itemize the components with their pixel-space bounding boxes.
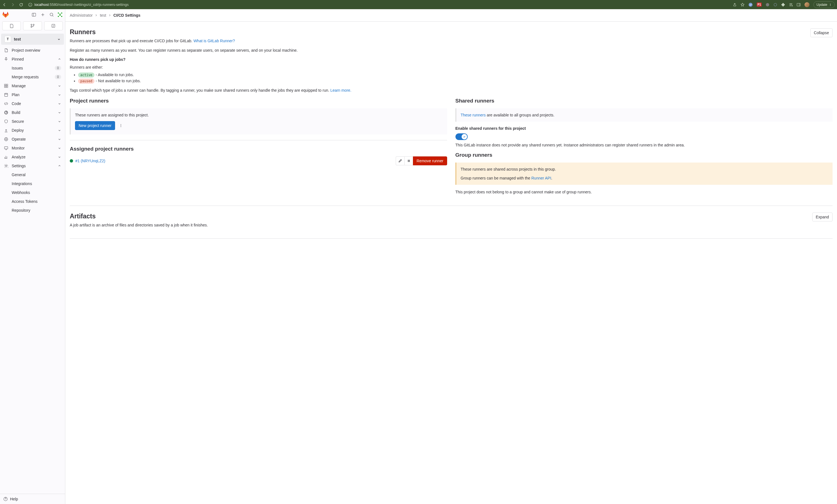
learn-more-link[interactable]: Learn more.: [331, 88, 351, 92]
extensions-menu-icon[interactable]: [781, 3, 785, 7]
site-info-icon[interactable]: [28, 3, 32, 7]
runner-api-link[interactable]: Runner API: [531, 176, 551, 180]
svg-point-9: [50, 13, 53, 16]
sidebar-item-monitor[interactable]: Monitor: [1, 144, 64, 152]
breadcrumb-sep: [95, 14, 97, 17]
crumb-cicd: CI/CD Settings: [113, 13, 140, 18]
sidebar-item-operate[interactable]: Operate: [1, 135, 64, 144]
shortcut-file[interactable]: [2, 21, 21, 30]
overview-icon: [4, 48, 8, 53]
runner-link[interactable]: #1 (NRYUnqLZ2): [70, 159, 105, 163]
svg-rect-21: [6, 84, 8, 86]
what-is-runner-link[interactable]: What is GitLab Runner?: [193, 39, 235, 43]
register-text: Register as many runners as you want. Yo…: [70, 48, 833, 53]
runners-heading: Runners: [70, 28, 235, 36]
sidebar-item-settings[interactable]: Settings: [1, 161, 64, 170]
shared-runners-toggle[interactable]: [456, 133, 468, 140]
sidebar-item-repository[interactable]: Repository: [1, 206, 64, 215]
svg-rect-34: [408, 160, 409, 162]
build-icon: [4, 110, 8, 115]
svg-point-33: [121, 126, 121, 127]
shortcut-todo[interactable]: [44, 21, 63, 30]
crumb-test[interactable]: test: [100, 13, 106, 18]
update-button[interactable]: Update: [813, 1, 835, 8]
group-note: This project does not belong to a group …: [456, 189, 833, 195]
sidebar-item-manage[interactable]: Manage: [1, 82, 64, 90]
sidebar-item-code[interactable]: Code: [1, 99, 64, 108]
shield-icon: [4, 119, 8, 124]
sidebar-item-integrations[interactable]: Integrations: [1, 179, 64, 188]
svg-point-17: [31, 26, 32, 28]
project-runners-box: These runners are assigned to this proje…: [70, 108, 447, 134]
pause-runner-button[interactable]: [404, 157, 413, 165]
sidebar-item-merge-requests[interactable]: Merge requests 0: [1, 73, 64, 82]
shortcut-branch[interactable]: [23, 21, 42, 30]
code-icon: [4, 102, 8, 106]
user-avatar[interactable]: [57, 12, 63, 18]
extension-icon-1[interactable]: [748, 2, 753, 7]
extension-badge-p1[interactable]: P1: [757, 2, 762, 7]
sidebar-item-access-tokens[interactable]: Access Tokens: [1, 197, 64, 206]
sidebar-project-header[interactable]: T test: [1, 34, 64, 45]
svg-rect-35: [409, 160, 410, 162]
svg-rect-15: [61, 16, 62, 17]
sidebar-item-plan[interactable]: Plan: [1, 90, 64, 99]
new-project-runner-button[interactable]: New project runner: [75, 121, 115, 130]
sidebar: T test Project overview Pinned Issues 0 …: [0, 9, 65, 504]
reload-icon[interactable]: [19, 2, 23, 7]
bookmark-icon[interactable]: [741, 3, 745, 7]
artifacts-heading: Artifacts: [70, 213, 208, 220]
plus-icon[interactable]: [39, 12, 46, 18]
edit-runner-button[interactable]: [396, 157, 404, 165]
collapse-button[interactable]: Collapse: [810, 28, 833, 37]
group-desc2: Group runners can be managed with the Ru…: [461, 176, 829, 180]
sidebar-item-webhooks[interactable]: Webhooks: [1, 188, 64, 197]
sidebar-item-overview[interactable]: Project overview: [1, 46, 64, 55]
these-runners-link[interactable]: These runners: [461, 113, 486, 117]
sidebar-toggle-icon[interactable]: [31, 12, 37, 18]
artifacts-desc: A job artifact is an archive of files an…: [70, 223, 208, 227]
sidebar-item-issues[interactable]: Issues 0: [1, 64, 64, 73]
svg-point-6: [830, 4, 831, 5]
back-icon[interactable]: [2, 2, 7, 7]
status-active-item: active - Available to run jobs.: [78, 73, 833, 77]
sidebar-item-pinned[interactable]: Pinned: [1, 55, 64, 64]
panel-icon[interactable]: [797, 3, 801, 7]
chevron-down-icon: [58, 138, 61, 141]
chevron-down-icon: [58, 120, 61, 123]
sidebar-help[interactable]: Help: [0, 494, 65, 504]
sidebar-item-general[interactable]: General: [1, 170, 64, 179]
forward-icon[interactable]: [11, 2, 15, 7]
monitor-icon: [4, 146, 8, 150]
either-text: Runners are either:: [70, 65, 833, 70]
remove-runner-button[interactable]: Remove runner: [413, 157, 447, 165]
chevron-up-icon: [58, 164, 61, 167]
analyze-icon: [4, 155, 8, 159]
svg-rect-11: [58, 13, 59, 14]
svg-rect-19: [52, 24, 55, 28]
extension-icon-3[interactable]: [773, 3, 777, 7]
sidebar-item-analyze[interactable]: Analyze: [1, 152, 64, 161]
tags-text: Tags control which type of jobs a runner…: [70, 88, 833, 93]
svg-point-27: [5, 139, 7, 140]
extension-icon-2[interactable]: [766, 3, 769, 7]
url-bar[interactable]: localhost:5580/root/test/-/settings/ci_c…: [25, 2, 731, 7]
expand-artifacts-button[interactable]: Expand: [812, 213, 833, 221]
more-icon[interactable]: [118, 123, 124, 129]
playlist-icon[interactable]: [789, 3, 793, 7]
svg-rect-13: [59, 14, 60, 16]
chevron-down-icon: [58, 146, 61, 150]
share-icon[interactable]: [733, 3, 737, 7]
svg-point-7: [830, 5, 831, 6]
crumb-administrator[interactable]: Administrator: [70, 13, 92, 18]
sidebar-item-secure[interactable]: Secure: [1, 117, 64, 126]
profile-avatar[interactable]: [804, 2, 809, 7]
chevron-down-icon: [58, 129, 61, 132]
active-pill: active: [78, 73, 94, 77]
sidebar-item-deploy[interactable]: Deploy: [1, 126, 64, 135]
sidebar-item-build[interactable]: Build: [1, 108, 64, 117]
svg-point-2: [766, 3, 769, 6]
search-icon[interactable]: [48, 12, 55, 18]
gitlab-logo[interactable]: [2, 12, 9, 18]
chevron-down-icon: [58, 84, 61, 88]
